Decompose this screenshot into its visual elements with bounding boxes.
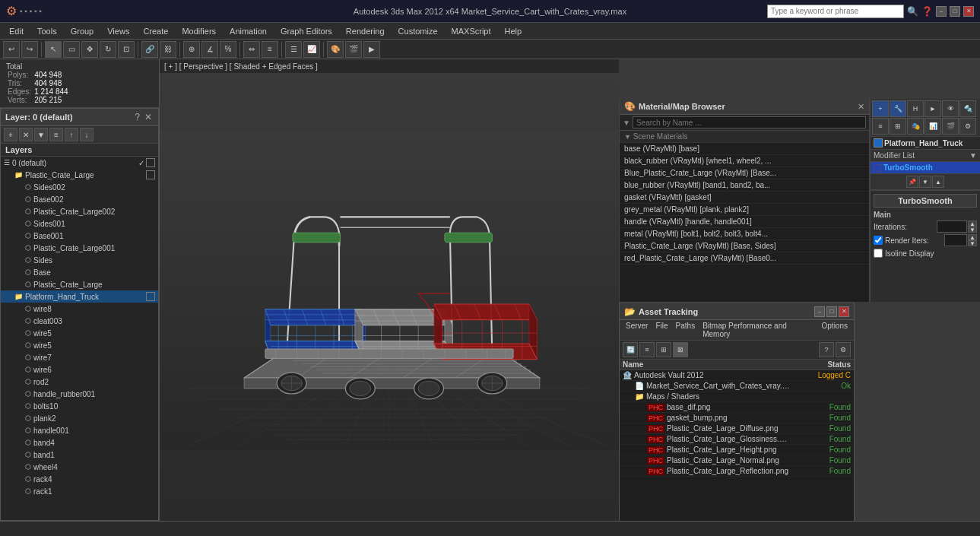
layer-item[interactable]: 📁 Platform_Hand_Truck <box>1 290 158 303</box>
layer-item[interactable]: ⬡ Plastic_Crate_Large002 <box>1 205 158 217</box>
at-minimize-button[interactable]: – <box>814 306 825 317</box>
delete-layer-button[interactable]: ✕ <box>19 128 33 141</box>
menu-customize[interactable]: Customize <box>392 25 444 37</box>
layer-item[interactable]: ⬡ plank2 <box>1 412 158 424</box>
asset-tracking-row[interactable]: PHC base_dif.png Found <box>620 402 854 413</box>
material-item[interactable]: grey_metal (VRayMtl) [plank, plank2] <box>620 204 869 216</box>
asset-tracking-row[interactable]: PHC gasket_bump.png Found <box>620 413 854 423</box>
asset-tracking-row[interactable]: PHC Plastic_Crate_Large_Diffuse.png Foun… <box>620 423 854 434</box>
at-list-button[interactable]: ≡ <box>639 342 655 357</box>
layer-item[interactable]: ⬡ band1 <box>1 449 158 461</box>
modifier-list-dropdown[interactable]: ▼ <box>969 151 977 160</box>
extra-btn5[interactable]: 🎬 <box>942 118 959 135</box>
layer-item[interactable]: ☰ 0 (default) ✓ <box>1 157 158 169</box>
iterations-spinner[interactable]: ▲ ▼ <box>968 220 977 233</box>
render-setup-button[interactable]: 🎬 <box>345 41 362 58</box>
material-item[interactable]: handle (VRayMtl) [handle, handle001] <box>620 216 869 228</box>
layers-help-button[interactable]: ? <box>133 112 141 122</box>
material-item[interactable]: red_Plastic_Crate_Large (VRayMtl) [Base0… <box>620 252 869 265</box>
pin-button[interactable]: 📌 <box>906 176 918 188</box>
modify-panel-button[interactable]: 🔧 <box>890 100 906 117</box>
layer-item[interactable]: ⬡ wire6 <box>1 363 158 376</box>
menu-edit[interactable]: Edit <box>3 25 30 37</box>
menu-animation[interactable]: Animation <box>224 25 273 37</box>
at-close-button[interactable]: ✕ <box>839 306 849 317</box>
material-item[interactable]: metal (VRayMtl) [bolt1, bolt2, bolt3, bo… <box>620 228 869 240</box>
layers-close-button[interactable]: ✕ <box>143 112 154 122</box>
at-menu-server[interactable]: Server <box>623 321 651 339</box>
extra-btn4[interactable]: 📊 <box>924 118 941 135</box>
layer-item[interactable]: 📁 Plastic_Crate_Large <box>1 169 158 181</box>
menu-create[interactable]: Create <box>137 25 174 37</box>
angle-snap-button[interactable]: ∡ <box>201 41 218 58</box>
new-layer-button[interactable]: + <box>4 128 17 141</box>
redo-button[interactable]: ↪ <box>21 41 38 58</box>
render-iters-checkbox[interactable] <box>874 236 883 245</box>
minimize-button[interactable]: – <box>936 6 947 17</box>
nav-back-button[interactable]: ▲ <box>932 176 944 188</box>
rotate-button[interactable]: ↻ <box>100 41 116 58</box>
extra-btn6[interactable]: ⚙ <box>959 118 976 135</box>
material-item[interactable]: Blue_Plastic_Crate_Large (VRayMtl) [Base… <box>620 167 869 179</box>
layer-item[interactable]: ⬡ cleat003 <box>1 315 158 327</box>
display-panel-button[interactable]: 👁 <box>942 100 959 117</box>
layer-up-button[interactable]: ↑ <box>65 128 78 141</box>
asset-tracking-row[interactable]: 📁 Maps / Shaders <box>620 392 854 402</box>
render-button[interactable]: ▶ <box>363 41 380 58</box>
render-iters-spinner[interactable]: ▲ ▼ <box>968 234 977 246</box>
align-button[interactable]: ≡ <box>262 41 278 58</box>
material-search-input[interactable] <box>633 116 866 128</box>
at-maximize-button[interactable]: □ <box>826 306 837 317</box>
search-input[interactable] <box>767 5 904 18</box>
layer-item[interactable]: ⬡ wire8 <box>1 303 158 315</box>
menu-maxscript[interactable]: MAXScript <box>446 25 497 37</box>
extra-btn1[interactable]: ≡ <box>872 118 889 135</box>
create-panel-button[interactable]: + <box>872 100 889 117</box>
material-editor-button[interactable]: 🎨 <box>327 41 344 58</box>
layer-item[interactable]: ⬡ Sides001 <box>1 217 158 230</box>
asset-tracking-row[interactable]: PHC Plastic_Crate_Large_Normal.png Found <box>620 455 854 466</box>
at-grid-button[interactable]: ⊠ <box>673 342 688 357</box>
extra-btn2[interactable]: ⊞ <box>890 118 906 135</box>
search-icon[interactable]: 🔍 <box>907 6 918 17</box>
nav-button[interactable]: ▼ <box>919 176 931 188</box>
asset-tracking-row[interactable]: PHC Plastic_Crate_Large_Reflection.png F… <box>620 466 854 477</box>
asset-tracking-row[interactable]: PHC Plastic_Crate_Large_Height.png Found <box>620 445 854 455</box>
asset-tracking-row[interactable]: 🏦 Autodesk Vault 2012 Logged C <box>620 370 854 381</box>
at-menu-bitmap-perf[interactable]: Bitmap Performance and Memory <box>699 321 817 339</box>
menu-group[interactable]: Group <box>65 25 100 37</box>
close-button[interactable]: ✕ <box>963 6 974 17</box>
layer-item[interactable]: ⬡ bolts10 <box>1 400 158 412</box>
at-refresh-button[interactable]: 🔄 <box>623 342 638 357</box>
scale-button[interactable]: ⊡ <box>118 41 135 58</box>
layer-item[interactable]: ⬡ Sides002 <box>1 181 158 193</box>
select-button[interactable]: ↖ <box>45 41 62 58</box>
layer-item[interactable]: ⬡ wire7 <box>1 351 158 363</box>
layer-item[interactable]: ⬡ Plastic_Crate_Large001 <box>1 242 158 254</box>
render-iters-input[interactable]: 2 <box>944 234 967 246</box>
menu-help[interactable]: Help <box>499 25 528 37</box>
select-region-button[interactable]: ▭ <box>63 41 80 58</box>
layer-item[interactable]: ⬡ Plastic_Crate_Large <box>1 278 158 290</box>
menu-tools[interactable]: Tools <box>31 25 63 37</box>
at-help-button[interactable]: ? <box>819 342 834 357</box>
menu-views[interactable]: Views <box>101 25 135 37</box>
menu-modifiers[interactable]: Modifiers <box>176 25 222 37</box>
layer-item[interactable]: ⬡ rack1 <box>1 485 158 497</box>
layer-item[interactable]: ⬡ handle_rubber001 <box>1 388 158 400</box>
material-item[interactable]: Plastic_Crate_Large (VRayMtl) [Base, Sid… <box>620 240 869 252</box>
maximize-button[interactable]: □ <box>950 6 960 17</box>
layer-down-button[interactable]: ↓ <box>80 128 94 141</box>
layer-item[interactable]: ⬡ wire5 <box>1 327 158 339</box>
snap-button[interactable]: ⊕ <box>183 41 200 58</box>
layer-item[interactable]: ⬡ Sides <box>1 254 158 266</box>
material-item[interactable]: blue_rubber (VRayMtl) [band1, band2, ba.… <box>620 179 869 192</box>
layer-item[interactable]: ⬡ wire5 <box>1 339 158 351</box>
iterations-input[interactable]: 0 <box>937 220 967 233</box>
material-item[interactable]: black_rubber (VRayMtl) [wheel1, wheel2, … <box>620 155 869 167</box>
asset-tracking-row[interactable]: PHC Plastic_Crate_Large_Glossiness.png F… <box>620 434 854 445</box>
layer-options-button[interactable]: ▼ <box>34 128 48 141</box>
undo-button[interactable]: ↩ <box>3 41 20 58</box>
layer-list-button[interactable]: ≡ <box>49 128 63 141</box>
unlink-button[interactable]: ⛓ <box>160 41 176 58</box>
